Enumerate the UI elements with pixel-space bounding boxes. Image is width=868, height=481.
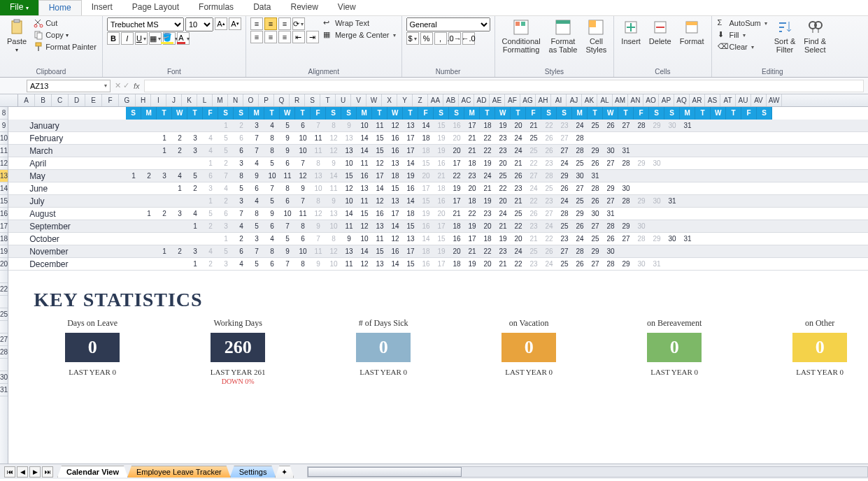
day-cell[interactable] (741, 258, 757, 270)
col-header[interactable]: AU (736, 94, 751, 106)
day-cell[interactable] (618, 245, 634, 257)
day-cell[interactable]: 11 (326, 182, 341, 194)
format-as-table-button[interactable]: Format as Table (546, 17, 581, 55)
day-cell[interactable] (126, 120, 141, 131)
day-cell[interactable]: 1 (141, 208, 157, 220)
day-cell[interactable] (126, 245, 141, 257)
day-cell[interactable]: 28 (572, 145, 588, 157)
day-cell[interactable] (187, 120, 203, 131)
day-cell[interactable] (634, 208, 649, 220)
day-cell[interactable]: 9 (341, 120, 357, 131)
day-cell[interactable]: 10 (295, 245, 311, 257)
day-cell[interactable]: 27 (603, 195, 618, 207)
align-center-button[interactable]: ≡ (264, 31, 277, 43)
day-cell[interactable]: 15 (403, 258, 418, 270)
day-cell[interactable]: 23 (526, 258, 541, 270)
day-cell[interactable]: 14 (372, 182, 387, 194)
day-cell[interactable]: 1 (218, 233, 234, 245)
day-cell[interactable]: 9 (280, 245, 295, 257)
col-header[interactable]: AT (720, 94, 736, 106)
align-middle-button[interactable]: ≡ (264, 17, 277, 30)
row-header[interactable]: 30 (0, 371, 8, 384)
day-cell[interactable]: 27 (572, 182, 588, 194)
day-cell[interactable]: 20 (480, 258, 495, 270)
day-cell[interactable]: 27 (588, 220, 603, 232)
day-cell[interactable] (711, 233, 726, 245)
day-cell[interactable] (126, 145, 141, 157)
day-cell[interactable]: 3 (187, 245, 203, 257)
day-cell[interactable] (726, 182, 741, 194)
day-cell[interactable]: 5 (218, 245, 234, 257)
day-cell[interactable]: 10 (357, 233, 372, 245)
col-header[interactable]: AI (551, 94, 567, 106)
day-cell[interactable]: 25 (526, 245, 541, 257)
day-cell[interactable]: 14 (403, 195, 418, 207)
day-cell[interactable]: 15 (418, 195, 434, 207)
tab-nav-next[interactable]: ▶ (29, 466, 41, 478)
day-cell[interactable]: 11 (280, 170, 295, 182)
row-header[interactable]: 20 (0, 258, 8, 271)
format-cells-button[interactable]: Format (677, 17, 707, 47)
row-header[interactable]: 17 (0, 220, 8, 233)
day-cell[interactable]: 22 (541, 120, 557, 131)
day-cell[interactable]: 5 (264, 157, 280, 169)
day-cell[interactable]: 17 (372, 170, 387, 182)
day-cell[interactable]: 2 (141, 170, 157, 182)
day-cell[interactable] (126, 157, 141, 169)
day-cell[interactable]: 17 (403, 245, 418, 257)
day-cell[interactable]: 11 (311, 132, 326, 144)
day-cell[interactable]: 26 (588, 157, 603, 169)
day-cell[interactable]: 29 (618, 258, 634, 270)
day-cell[interactable] (172, 120, 187, 131)
day-cell[interactable] (726, 195, 741, 207)
column-headers[interactable]: ABCDEFGHIJKLMNOPQRSTUVWXYZAAABACADAEAFAG… (0, 94, 868, 107)
day-cell[interactable]: 10 (326, 258, 341, 270)
day-cell[interactable]: 3 (172, 208, 187, 220)
day-cell[interactable]: 24 (480, 170, 495, 182)
day-cell[interactable]: 3 (218, 258, 234, 270)
day-cell[interactable]: 23 (495, 145, 511, 157)
day-cell[interactable]: 14 (357, 145, 372, 157)
day-cell[interactable] (711, 157, 726, 169)
row-header[interactable]: 11 (0, 145, 8, 157)
row-header[interactable]: 18 (0, 233, 8, 245)
day-cell[interactable]: 3 (203, 182, 218, 194)
day-cell[interactable]: 3 (234, 157, 249, 169)
day-cell[interactable] (695, 145, 711, 157)
col-header[interactable]: AM (613, 94, 628, 106)
day-cell[interactable]: 20 (495, 195, 511, 207)
ribbon-tab-view[interactable]: View (328, 0, 366, 15)
day-cell[interactable]: 26 (541, 145, 557, 157)
day-cell[interactable] (141, 157, 157, 169)
day-cell[interactable] (634, 170, 649, 182)
day-cell[interactable] (695, 233, 711, 245)
day-cell[interactable] (757, 258, 772, 270)
row-header[interactable] (0, 359, 8, 371)
day-cell[interactable]: 10 (280, 208, 295, 220)
day-cell[interactable]: 17 (403, 132, 418, 144)
day-cell[interactable]: 5 (218, 145, 234, 157)
row-header[interactable]: 13 (0, 170, 8, 182)
day-cell[interactable] (695, 182, 711, 194)
align-bottom-button[interactable]: ≡ (278, 17, 291, 30)
day-cell[interactable]: 6 (234, 132, 249, 144)
day-cell[interactable]: 6 (234, 245, 249, 257)
day-cell[interactable]: 25 (588, 120, 603, 131)
day-cell[interactable]: 31 (603, 208, 618, 220)
day-cell[interactable]: 11 (372, 120, 387, 131)
ribbon-tab-data[interactable]: Data (243, 0, 280, 15)
day-cell[interactable]: 20 (480, 220, 495, 232)
day-cell[interactable]: 15 (403, 220, 418, 232)
day-cell[interactable]: 19 (464, 220, 480, 232)
day-cell[interactable] (741, 233, 757, 245)
day-cell[interactable]: 12 (357, 258, 372, 270)
italic-button[interactable]: I (121, 32, 134, 45)
day-cell[interactable]: 31 (664, 195, 680, 207)
col-header[interactable]: F (102, 94, 119, 106)
day-cell[interactable]: 21 (480, 182, 495, 194)
day-cell[interactable]: 28 (634, 233, 649, 245)
day-cell[interactable] (757, 208, 772, 220)
col-header[interactable]: AQ (674, 94, 690, 106)
day-cell[interactable]: 24 (511, 132, 526, 144)
day-cell[interactable] (126, 195, 141, 207)
